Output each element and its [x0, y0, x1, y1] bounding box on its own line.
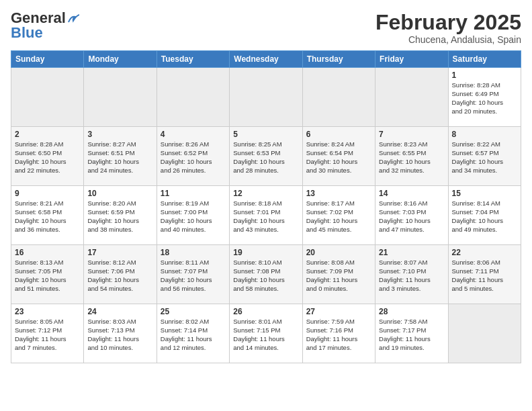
calendar-day-cell: 3Sunrise: 8:27 AM Sunset: 6:51 PM Daylig…	[84, 127, 157, 186]
day-number: 26	[233, 307, 298, 316]
day-number: 11	[161, 189, 226, 198]
day-number: 13	[306, 189, 371, 198]
day-info: Sunrise: 8:23 AM Sunset: 6:55 PM Dayligh…	[379, 140, 444, 175]
calendar-day-cell: 23Sunrise: 8:05 AM Sunset: 7:12 PM Dayli…	[11, 304, 84, 363]
calendar-table: SundayMondayTuesdayWednesdayThursdayFrid…	[11, 50, 521, 363]
calendar-day-cell: 26Sunrise: 8:01 AM Sunset: 7:15 PM Dayli…	[230, 304, 302, 363]
calendar-day-cell: 24Sunrise: 8:03 AM Sunset: 7:13 PM Dayli…	[84, 304, 157, 363]
weekday-header-cell: Sunday	[11, 51, 84, 68]
calendar-day-cell: 19Sunrise: 8:10 AM Sunset: 7:08 PM Dayli…	[230, 245, 302, 304]
weekday-header-cell: Thursday	[302, 51, 375, 68]
calendar-week-row: 1Sunrise: 8:28 AM Sunset: 6:49 PM Daylig…	[11, 68, 521, 127]
day-info: Sunrise: 7:58 AM Sunset: 7:17 PM Dayligh…	[379, 318, 444, 352]
calendar-day-cell: 12Sunrise: 8:18 AM Sunset: 7:01 PM Dayli…	[230, 186, 302, 245]
calendar-day-cell: 27Sunrise: 7:59 AM Sunset: 7:16 PM Dayli…	[302, 304, 375, 363]
day-number: 8	[452, 130, 517, 139]
day-info: Sunrise: 8:02 AM Sunset: 7:14 PM Dayligh…	[161, 318, 226, 352]
day-number: 18	[161, 248, 226, 257]
calendar-week-row: 16Sunrise: 8:13 AM Sunset: 7:05 PM Dayli…	[11, 245, 521, 304]
calendar-day-cell: 7Sunrise: 8:23 AM Sunset: 6:55 PM Daylig…	[375, 127, 448, 186]
calendar-day-cell: 16Sunrise: 8:13 AM Sunset: 7:05 PM Dayli…	[11, 245, 84, 304]
day-info: Sunrise: 8:06 AM Sunset: 7:11 PM Dayligh…	[452, 259, 517, 293]
day-number: 9	[15, 189, 80, 198]
calendar-day-cell	[448, 304, 521, 363]
day-info: Sunrise: 8:10 AM Sunset: 7:08 PM Dayligh…	[233, 259, 298, 293]
calendar-day-cell: 22Sunrise: 8:06 AM Sunset: 7:11 PM Dayli…	[448, 245, 521, 304]
day-info: Sunrise: 8:07 AM Sunset: 7:10 PM Dayligh…	[379, 259, 444, 293]
calendar-subtitle: Chucena, Andalusia, Spain	[375, 34, 521, 45]
calendar-week-row: 23Sunrise: 8:05 AM Sunset: 7:12 PM Dayli…	[11, 304, 521, 363]
calendar-day-cell: 4Sunrise: 8:26 AM Sunset: 6:52 PM Daylig…	[157, 127, 229, 186]
calendar-day-cell	[157, 68, 229, 127]
calendar-day-cell: 25Sunrise: 8:02 AM Sunset: 7:14 PM Dayli…	[157, 304, 229, 363]
calendar-body: 1Sunrise: 8:28 AM Sunset: 6:49 PM Daylig…	[11, 68, 521, 363]
calendar-day-cell: 20Sunrise: 8:08 AM Sunset: 7:09 PM Dayli…	[302, 245, 375, 304]
day-info: Sunrise: 8:14 AM Sunset: 7:04 PM Dayligh…	[452, 199, 517, 234]
day-info: Sunrise: 8:13 AM Sunset: 7:05 PM Dayligh…	[15, 259, 80, 293]
day-info: Sunrise: 8:12 AM Sunset: 7:06 PM Dayligh…	[87, 259, 152, 293]
day-info: Sunrise: 8:08 AM Sunset: 7:09 PM Dayligh…	[306, 259, 371, 293]
calendar-day-cell: 11Sunrise: 8:19 AM Sunset: 7:00 PM Dayli…	[157, 186, 229, 245]
calendar-day-cell: 28Sunrise: 7:58 AM Sunset: 7:17 PM Dayli…	[375, 304, 448, 363]
day-number: 20	[306, 248, 371, 257]
day-number: 16	[15, 248, 80, 257]
day-number: 10	[87, 189, 152, 198]
day-info: Sunrise: 8:19 AM Sunset: 7:00 PM Dayligh…	[161, 199, 226, 234]
day-number: 21	[379, 248, 444, 257]
calendar-day-cell: 5Sunrise: 8:25 AM Sunset: 6:53 PM Daylig…	[230, 127, 302, 186]
calendar-day-cell	[375, 68, 448, 127]
calendar-day-cell	[230, 68, 302, 127]
day-info: Sunrise: 8:11 AM Sunset: 7:07 PM Dayligh…	[161, 259, 226, 293]
logo-blue-text: Blue	[11, 26, 43, 40]
calendar-day-cell	[302, 68, 375, 127]
day-number: 14	[379, 189, 444, 198]
day-number: 17	[87, 248, 152, 257]
day-info: Sunrise: 8:25 AM Sunset: 6:53 PM Dayligh…	[233, 140, 298, 175]
calendar-day-cell: 18Sunrise: 8:11 AM Sunset: 7:07 PM Dayli…	[157, 245, 229, 304]
calendar-day-cell: 8Sunrise: 8:22 AM Sunset: 6:57 PM Daylig…	[448, 127, 521, 186]
day-info: Sunrise: 8:20 AM Sunset: 6:59 PM Dayligh…	[87, 199, 152, 234]
day-info: Sunrise: 8:18 AM Sunset: 7:01 PM Dayligh…	[233, 199, 298, 234]
day-number: 24	[87, 307, 152, 316]
day-info: Sunrise: 8:28 AM Sunset: 6:50 PM Dayligh…	[15, 140, 80, 175]
day-number: 4	[161, 130, 226, 139]
day-info: Sunrise: 8:21 AM Sunset: 6:58 PM Dayligh…	[15, 199, 80, 234]
weekday-header-cell: Monday	[84, 51, 157, 68]
day-number: 5	[233, 130, 298, 139]
day-number: 27	[306, 307, 371, 316]
day-number: 6	[306, 130, 371, 139]
weekday-header-cell: Saturday	[448, 51, 521, 68]
day-number: 15	[452, 189, 517, 198]
calendar-day-cell: 14Sunrise: 8:16 AM Sunset: 7:03 PM Dayli…	[375, 186, 448, 245]
weekday-header-cell: Friday	[375, 51, 448, 68]
calendar-day-cell	[84, 68, 157, 127]
page-header: General Blue February 2025 Chucena, Anda…	[11, 11, 521, 45]
calendar-day-cell	[11, 68, 84, 127]
calendar-day-cell: 10Sunrise: 8:20 AM Sunset: 6:59 PM Dayli…	[84, 186, 157, 245]
logo: General Blue	[11, 11, 79, 40]
calendar-week-row: 9Sunrise: 8:21 AM Sunset: 6:58 PM Daylig…	[11, 186, 521, 245]
day-number: 22	[452, 248, 517, 257]
day-info: Sunrise: 8:17 AM Sunset: 7:02 PM Dayligh…	[306, 199, 371, 234]
calendar-day-cell: 15Sunrise: 8:14 AM Sunset: 7:04 PM Dayli…	[448, 186, 521, 245]
calendar-day-cell: 13Sunrise: 8:17 AM Sunset: 7:02 PM Dayli…	[302, 186, 375, 245]
day-info: Sunrise: 8:01 AM Sunset: 7:15 PM Dayligh…	[233, 318, 298, 352]
day-number: 2	[15, 130, 80, 139]
calendar-day-cell: 6Sunrise: 8:24 AM Sunset: 6:54 PM Daylig…	[302, 127, 375, 186]
day-info: Sunrise: 8:28 AM Sunset: 6:49 PM Dayligh…	[452, 81, 517, 116]
day-number: 1	[452, 71, 517, 80]
day-info: Sunrise: 8:26 AM Sunset: 6:52 PM Dayligh…	[161, 140, 226, 175]
day-number: 19	[233, 248, 298, 257]
calendar-day-cell: 17Sunrise: 8:12 AM Sunset: 7:06 PM Dayli…	[84, 245, 157, 304]
title-block: February 2025 Chucena, Andalusia, Spain	[375, 11, 521, 45]
calendar-day-cell: 21Sunrise: 8:07 AM Sunset: 7:10 PM Dayli…	[375, 245, 448, 304]
day-number: 25	[161, 307, 226, 316]
day-info: Sunrise: 7:59 AM Sunset: 7:16 PM Dayligh…	[306, 318, 371, 352]
day-number: 23	[15, 307, 80, 316]
weekday-header-row: SundayMondayTuesdayWednesdayThursdayFrid…	[11, 51, 521, 68]
weekday-header-cell: Tuesday	[157, 51, 229, 68]
logo-bird-icon	[67, 14, 79, 24]
day-info: Sunrise: 8:24 AM Sunset: 6:54 PM Dayligh…	[306, 140, 371, 175]
calendar-day-cell: 1Sunrise: 8:28 AM Sunset: 6:49 PM Daylig…	[448, 68, 521, 127]
day-number: 7	[379, 130, 444, 139]
